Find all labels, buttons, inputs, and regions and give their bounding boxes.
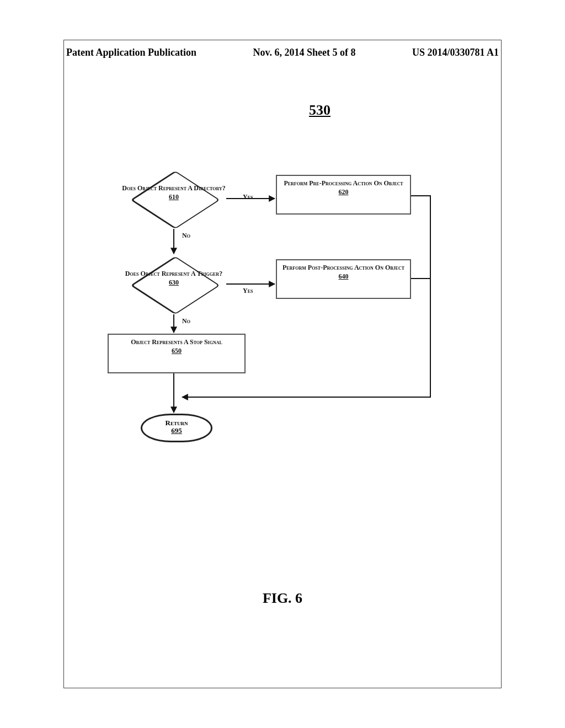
decision-630-text: Does Object Represent A Trigger? <box>125 270 222 277</box>
process-640: Perform Post-Processing Action On Object… <box>276 259 411 299</box>
terminator-695-ref: 695 <box>142 427 211 435</box>
edge-label-no-610: No <box>182 232 190 240</box>
process-650: Object Represents A Stop Signal 650 <box>108 334 246 373</box>
process-620-ref: 620 <box>277 188 410 196</box>
edge-label-yes-610: Yes <box>243 193 253 201</box>
process-620-text: Perform Pre-Processing Action On Object <box>284 179 403 187</box>
header-right: US 2014/0330781 A1 <box>412 47 499 58</box>
figure-caption: FIG. 6 <box>0 590 565 607</box>
process-650-text: Object Represents A Stop Signal <box>131 338 222 346</box>
decision-630-ref: 630 <box>121 279 226 287</box>
terminator-695-text: Return <box>166 419 188 427</box>
process-650-ref: 650 <box>109 347 244 355</box>
process-640-ref: 640 <box>277 272 410 280</box>
header-left: Patent Application Publication <box>66 47 196 58</box>
terminator-695: Return 695 <box>141 414 212 442</box>
edge-label-no-630: No <box>182 317 190 325</box>
page: Patent Application Publication Nov. 6, 2… <box>0 0 565 728</box>
edge-label-yes-630: Yes <box>243 287 253 295</box>
decision-610-text: Does Object Represent A Directory? <box>122 184 225 192</box>
process-620: Perform Pre-Processing Action On Object … <box>276 175 411 215</box>
process-640-text: Perform Post-Processing Action On Object <box>282 264 404 271</box>
decision-610: Does Object Represent A Directory? 610 <box>121 185 226 201</box>
header-center: Nov. 6, 2014 Sheet 5 of 8 <box>253 47 356 58</box>
page-header: Patent Application Publication Nov. 6, 2… <box>66 47 499 58</box>
decision-610-ref: 610 <box>121 194 226 201</box>
decision-630: Does Object Represent A Trigger? 630 <box>121 270 226 287</box>
figure-reference-number: 530 <box>309 102 331 119</box>
flowchart: Yes No Yes No Does Object Represent A Di… <box>66 154 463 463</box>
